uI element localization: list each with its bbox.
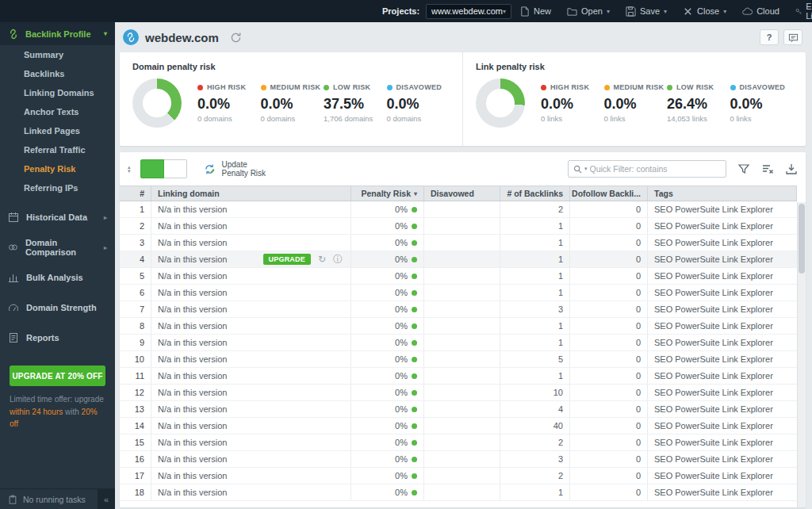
upgrade-button[interactable]: UPGRADE (263, 254, 311, 265)
table-row[interactable]: 4 N/a in this version UPGRADE ↻ ⓘ 0% 1 0… (120, 251, 797, 268)
cell-penalty-risk: 0% (351, 285, 424, 300)
sidebar-section-reports[interactable]: Reports ▸ (0, 326, 115, 350)
scrollbar-thumb[interactable] (799, 204, 805, 274)
cell-dofollow: 0 (570, 434, 648, 450)
cell-tags: SEO PowerSuite Link Explorer (648, 201, 797, 217)
linking-domains-table: # Linking domain Penalty Risk ▾ Disavowe… (120, 186, 806, 507)
col-penalty-risk[interactable]: Penalty Risk ▾ (351, 186, 424, 201)
risk-stat: DISAVOWED 0.0% 0 links (730, 83, 794, 123)
col-number[interactable]: # (120, 186, 151, 201)
topbar-button-enter-license[interactable]: Enter License ▾ (787, 0, 812, 22)
low-risk-dot-icon (412, 490, 417, 496)
cell-backlinks: 1 (500, 235, 570, 251)
low-risk-dot-icon (412, 240, 417, 246)
table-row[interactable]: 2 N/a in this version 0% 1 0 SEO PowerSu… (120, 218, 797, 235)
cell-tags: SEO PowerSuite Link Explorer (648, 484, 797, 500)
legend-dot-icon (324, 85, 329, 90)
cell-penalty-risk: 0% (351, 201, 424, 217)
sidebar-item-summary[interactable]: Summary (0, 45, 115, 64)
projects-label: Projects: (382, 6, 419, 16)
cell-dofollow: 0 (570, 484, 648, 500)
collapse-sidebar-button[interactable]: « (98, 489, 115, 509)
chevron-right-icon: ▸ (104, 214, 107, 221)
sidebar-section-backlink-profile[interactable]: Backlink Profile ▾ (0, 22, 115, 45)
table-row[interactable]: 12 N/a in this version 0% 10 0 SEO Power… (120, 385, 797, 401)
table-row[interactable]: 9 N/a in this version 0% 1 0 SEO PowerSu… (120, 335, 797, 351)
table-row[interactable]: 5 N/a in this version 0% 1 0 SEO PowerSu… (120, 268, 797, 285)
sidebar-item-linked-pages[interactable]: Linked Pages (0, 121, 115, 140)
filter-icon[interactable] (737, 163, 750, 175)
topbar-button-open[interactable]: Open ▾ (559, 0, 618, 22)
col-dofollow[interactable]: # of Dofollow Backli... (570, 186, 648, 201)
vertical-scrollbar[interactable] (797, 202, 806, 507)
chevron-down-icon[interactable]: ▾ (584, 166, 588, 172)
export-icon[interactable] (785, 163, 798, 175)
topbar: Projects: www.webdew.com ▾ New ▾ Open ▾ … (0, 0, 812, 22)
sidebar-item-penalty-risk[interactable]: Penalty Risk (0, 159, 115, 178)
info-icon[interactable]: ⓘ (333, 254, 343, 264)
project-select-value: www.webdew.com (431, 6, 503, 16)
rebuild-project-icon[interactable] (230, 32, 242, 44)
col-disavowed[interactable]: Disavowed (424, 186, 500, 201)
cell-tags: SEO PowerSuite Link Explorer (648, 385, 797, 400)
refresh-icon[interactable]: ↻ (318, 254, 326, 264)
sidebar-section-domain-comparison[interactable]: Domain Comparison ▸ (0, 235, 115, 259)
sidebar-item-linking-domains[interactable]: Linking Domains (0, 83, 115, 102)
tab-linking-domains[interactable] (140, 159, 164, 178)
cell-tags: SEO PowerSuite Link Explorer (648, 301, 797, 317)
sidebar-item-referral-traffic[interactable]: Referral Traffic (0, 140, 115, 159)
topbar-button-cloud[interactable]: Cloud ▾ (734, 0, 787, 22)
table-row[interactable]: 18 N/a in this version 0% 1 0 SEO PowerS… (120, 484, 797, 501)
legend-dot-icon (197, 85, 203, 90)
cell-backlinks: 1 (500, 285, 570, 300)
sidebar-item-referring-ips[interactable]: Referring IPs (0, 178, 115, 197)
collapse-panel-icon[interactable]: ▴▾ (128, 165, 131, 174)
table-row[interactable]: 14 N/a in this version 0% 40 0 SEO Power… (120, 418, 797, 434)
table-row[interactable]: 8 N/a in this version 0% 1 0 SEO PowerSu… (120, 318, 797, 335)
cell-dofollow: 0 (570, 335, 648, 350)
table-row[interactable]: 6 N/a in this version 0% 1 0 SEO PowerSu… (120, 285, 797, 301)
tab-backlink-pages[interactable] (164, 159, 187, 178)
quick-filter-input[interactable] (590, 164, 721, 174)
sidebar-section-bulk-analysis[interactable]: Bulk Analysis ▸ (0, 266, 115, 289)
risk-stat: LOW RISK 37.5% 1,706 domains (324, 83, 387, 123)
cell-tags: SEO PowerSuite Link Explorer (648, 401, 797, 417)
cell-tags: SEO PowerSuite Link Explorer (648, 335, 797, 350)
table-row[interactable]: 3 N/a in this version 0% 1 0 SEO PowerSu… (120, 235, 797, 251)
project-select[interactable]: www.webdew.com ▾ (426, 4, 511, 19)
table-row[interactable]: 1 N/a in this version 0% 2 0 SEO PowerSu… (120, 201, 797, 218)
table-row[interactable]: 16 N/a in this version 0% 3 0 SEO PowerS… (120, 451, 797, 468)
col-backlinks[interactable]: # of Backlinks (500, 186, 570, 201)
cell-dofollow: 0 (570, 451, 648, 467)
table-row[interactable]: 15 N/a in this version 0% 2 0 SEO PowerS… (120, 434, 797, 451)
upgrade-offer-button[interactable]: UPGRADE AT 20% OFF (10, 365, 105, 386)
legend-dot-icon (541, 85, 546, 90)
table-row[interactable]: 17 N/a in this version 0% 2 0 SEO PowerS… (120, 468, 797, 484)
cell-tags: SEO PowerSuite Link Explorer (648, 218, 797, 234)
cell-tags: SEO PowerSuite Link Explorer (648, 235, 797, 251)
sidebar-section-domain-strength[interactable]: Domain Strength ▸ (0, 296, 115, 320)
table-row[interactable]: 11 N/a in this version 0% 1 0 SEO PowerS… (120, 368, 797, 385)
workarea: ▴▾ Update Penalty Risk ▾ (120, 152, 806, 507)
cell-disavowed (424, 468, 500, 484)
cell-dofollow: 0 (570, 235, 648, 251)
feedback-button[interactable] (783, 29, 802, 45)
chevron-down-icon: ▾ (607, 8, 610, 15)
topbar-button-close[interactable]: Close ▾ (675, 0, 734, 22)
topbar-button-save[interactable]: Save ▾ (618, 0, 675, 22)
sidebar-item-backlinks[interactable]: Backlinks (0, 64, 115, 83)
sidebar-item-anchor-texts[interactable]: Anchor Texts (0, 102, 115, 121)
search-icon[interactable] (573, 165, 582, 174)
sidebar-section-historical-data[interactable]: Historical Data ▸ (0, 205, 115, 229)
table-row[interactable]: 13 N/a in this version 0% 4 0 SEO PowerS… (120, 401, 797, 418)
help-button[interactable]: ? (760, 29, 779, 45)
topbar-button-new[interactable]: New ▾ (511, 0, 559, 22)
clear-filter-icon[interactable] (761, 163, 774, 175)
col-tags[interactable]: Tags (648, 186, 797, 201)
cell-number: 18 (120, 484, 151, 500)
col-linking-domain[interactable]: Linking domain (151, 186, 351, 201)
table-row[interactable]: 7 N/a in this version 0% 3 0 SEO PowerSu… (120, 301, 797, 318)
table-row[interactable]: 10 N/a in this version 0% 5 0 SEO PowerS… (120, 351, 797, 368)
update-penalty-risk-button[interactable]: Update Penalty Risk (203, 160, 266, 178)
risk-stat: HIGH RISK 0.0% 0 links (541, 83, 604, 123)
